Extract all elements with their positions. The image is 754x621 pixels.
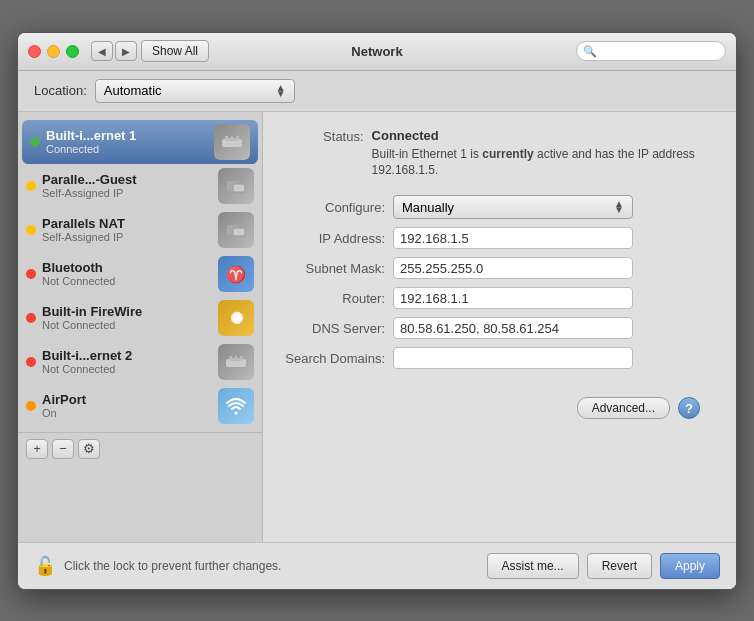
item-sub: Not Connected: [42, 275, 214, 287]
svg-text:♈: ♈: [226, 265, 246, 284]
detail-panel: Status: Connected Built-in Ethernet 1 is…: [263, 112, 736, 542]
item-sub: Not Connected: [42, 363, 214, 375]
sidebar-item-bluetooth[interactable]: Bluetooth Not Connected ♈: [18, 252, 262, 296]
lock-icon[interactable]: 🔓: [34, 555, 56, 577]
router-label: Router:: [283, 291, 393, 306]
ip-address-row: IP Address:: [283, 227, 716, 249]
forward-button[interactable]: ▶: [115, 41, 137, 61]
dns-server-input[interactable]: [393, 317, 633, 339]
ip-address-input[interactable]: [393, 227, 633, 249]
sidebar-item-parallels-nat[interactable]: Parallels NAT Self-Assigned IP: [18, 208, 262, 252]
router-row: Router:: [283, 287, 716, 309]
nav-buttons: ◀ ▶: [91, 41, 137, 61]
subnet-mask-input[interactable]: [393, 257, 633, 279]
svg-rect-12: [232, 354, 235, 358]
status-section: Status: Connected Built-in Ethernet 1 is…: [283, 128, 716, 180]
search-domains-label: Search Domains:: [283, 351, 393, 366]
status-dot-yellow: [26, 181, 36, 191]
configure-arrows-icon: ▲ ▼: [614, 201, 624, 213]
status-dot-green: [30, 137, 40, 147]
lock-text: Click the lock to prevent further change…: [64, 559, 479, 573]
revert-button[interactable]: Revert: [587, 553, 652, 579]
help-button[interactable]: ?: [678, 397, 700, 419]
item-sub: Self-Assigned IP: [42, 231, 214, 243]
location-arrows-icon: ▲ ▼: [276, 85, 286, 97]
svg-rect-5: [233, 184, 245, 192]
back-button[interactable]: ◀: [91, 41, 113, 61]
detail-actions: Advanced... ?: [283, 389, 716, 427]
svg-rect-11: [229, 356, 243, 361]
search-icon: 🔍: [583, 45, 597, 58]
status-dot-orange: [26, 401, 36, 411]
status-label: Status:: [283, 128, 372, 144]
configure-label: Configure:: [283, 200, 393, 215]
minimize-button[interactable]: [47, 45, 60, 58]
dns-label: DNS Server:: [283, 321, 393, 336]
item-name: Parallels NAT: [42, 216, 214, 231]
sidebar-controls: + − ⚙: [18, 432, 262, 465]
traffic-lights: [28, 45, 79, 58]
item-name: Built-i...ernet 2: [42, 348, 214, 363]
svg-rect-1: [225, 136, 239, 141]
svg-rect-2: [228, 134, 231, 138]
location-label: Location:: [34, 83, 87, 98]
configure-row: Configure: Manually ▲ ▼: [283, 195, 716, 219]
item-sub: Self-Assigned IP: [42, 187, 214, 199]
assist-me-button[interactable]: Assist me...: [487, 553, 579, 579]
status-dot-yellow: [26, 225, 36, 235]
airport-icon: [218, 388, 254, 424]
status-value: Connected: [372, 128, 716, 143]
search-domains-input[interactable]: [393, 347, 633, 369]
maximize-button[interactable]: [66, 45, 79, 58]
search-input[interactable]: [600, 44, 719, 58]
sidebar-item-airport[interactable]: AirPort On: [18, 384, 262, 428]
sidebar-item-built-in-ethernet-1[interactable]: Built-i...ernet 1 Connected: [22, 120, 258, 164]
item-name: Bluetooth: [42, 260, 214, 275]
item-name: AirPort: [42, 392, 214, 407]
item-name: Paralle...-Guest: [42, 172, 214, 187]
window-title: Network: [351, 44, 402, 59]
search-box[interactable]: 🔍: [576, 41, 726, 61]
sidebar: Built-i...ernet 1 Connected Paralle...-G…: [18, 112, 263, 542]
show-all-button[interactable]: Show All: [141, 40, 209, 62]
ethernet-icon: [214, 124, 250, 160]
item-sub: On: [42, 407, 214, 419]
item-name: Built-in FireWire: [42, 304, 214, 319]
router-input[interactable]: [393, 287, 633, 309]
dns-row: DNS Server:: [283, 317, 716, 339]
sidebar-item-built-in-ethernet-2[interactable]: Built-i...ernet 2 Not Connected: [18, 340, 262, 384]
ip-label: IP Address:: [283, 231, 393, 246]
network-window: ◀ ▶ Show All Network 🔍 Location: Automat…: [17, 32, 737, 590]
location-select[interactable]: Automatic ▲ ▼: [95, 79, 295, 103]
bluetooth-icon: ♈: [218, 256, 254, 292]
remove-interface-button[interactable]: −: [52, 439, 74, 459]
ethernet2-icon: [218, 344, 254, 380]
close-button[interactable]: [28, 45, 41, 58]
advanced-button[interactable]: Advanced...: [577, 397, 670, 419]
status-dot-red: [26, 357, 36, 367]
subnet-mask-row: Subnet Mask:: [283, 257, 716, 279]
sidebar-item-parallels-guest[interactable]: Paralle...-Guest Self-Assigned IP: [18, 164, 262, 208]
firewire-icon: ✺: [218, 300, 254, 336]
item-sub: Connected: [46, 143, 210, 155]
add-interface-button[interactable]: +: [26, 439, 48, 459]
status-desc: Built-in Ethernet 1 is currently active …: [372, 146, 716, 180]
apply-button[interactable]: Apply: [660, 553, 720, 579]
search-domains-row: Search Domains:: [283, 347, 716, 369]
status-dot-red: [26, 269, 36, 279]
svg-rect-7: [233, 228, 245, 236]
footer: 🔓 Click the lock to prevent further chan…: [18, 542, 736, 589]
main-content: Built-i...ernet 1 Connected Paralle...-G…: [18, 112, 736, 542]
svg-rect-13: [237, 354, 240, 358]
location-value: Automatic: [104, 83, 276, 98]
item-name: Built-i...ernet 1: [46, 128, 210, 143]
parallels-nat-icon: [218, 212, 254, 248]
sidebar-item-firewire[interactable]: Built-in FireWire Not Connected ✺: [18, 296, 262, 340]
location-bar: Location: Automatic ▲ ▼: [18, 71, 736, 112]
configure-select[interactable]: Manually ▲ ▼: [393, 195, 633, 219]
status-dot-red: [26, 313, 36, 323]
gear-button[interactable]: ⚙: [78, 439, 100, 459]
svg-rect-3: [233, 134, 236, 138]
parallels-icon: [218, 168, 254, 204]
titlebar: ◀ ▶ Show All Network 🔍: [18, 33, 736, 71]
